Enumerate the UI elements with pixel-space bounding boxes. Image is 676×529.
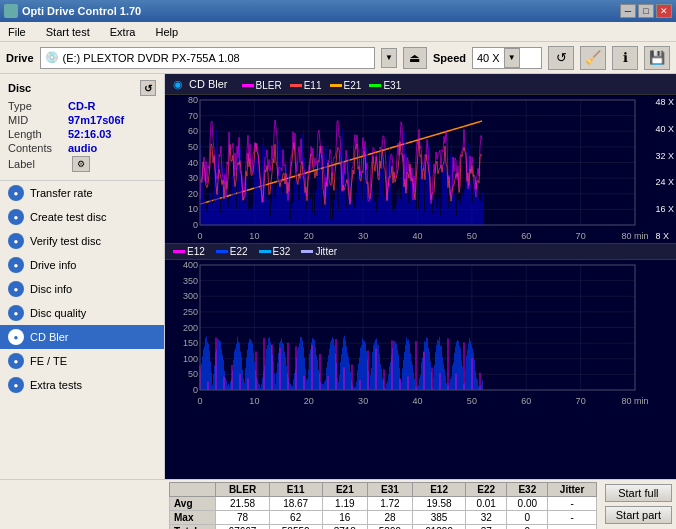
stats-avg-e11: 18.67 (269, 497, 322, 511)
nav-label-disc-info: Disc info (30, 283, 72, 295)
speed-select[interactable]: 40 X ▼ (472, 47, 542, 69)
action-buttons: Start full Start part (601, 480, 676, 529)
maximize-button[interactable]: □ (638, 4, 654, 18)
stats-total-e31: 5399 (367, 525, 412, 530)
chart-icon: ◉ (173, 78, 183, 91)
disc-mid-label: MID (8, 114, 68, 126)
menu-item-file[interactable]: File (4, 24, 30, 40)
legend-e11: E11 (290, 80, 322, 91)
nav-icon-disc-quality: ● (8, 305, 24, 321)
app-title: Opti Drive Control 1.70 (22, 5, 141, 17)
chart-bottom-container (165, 260, 676, 408)
start-full-button[interactable]: Start full (605, 484, 672, 502)
disc-length-value: 52:16.03 (68, 128, 111, 140)
nav-item-drive-info[interactable]: ●Drive info (0, 253, 164, 277)
legend-jitter: Jitter (301, 246, 337, 257)
nav-label-fe-te: FE / TE (30, 355, 67, 367)
speed-value: 40 X (477, 52, 500, 64)
stats-avg-bler: 21.58 (216, 497, 269, 511)
nav-item-extra-tests[interactable]: ●Extra tests (0, 373, 164, 397)
eject-button[interactable]: ⏏ (403, 47, 427, 69)
stats-total-label: Total (170, 525, 216, 530)
stats-avg-e22: 0.01 (466, 497, 507, 511)
chart-top-canvas (165, 95, 675, 243)
stats-total-bler: 67667 (216, 525, 269, 530)
nav-icon-fe-te: ● (8, 353, 24, 369)
disc-length-row: Length 52:16.03 (8, 128, 156, 140)
stats-avg-jitter: - (548, 497, 596, 511)
refresh-button[interactable]: ↺ (548, 46, 574, 70)
speed-label: Speed (433, 52, 466, 64)
disc-contents-row: Contents audio (8, 142, 156, 154)
title-bar-left: Opti Drive Control 1.70 (4, 4, 141, 18)
disc-contents-value: audio (68, 142, 97, 154)
stats-max-e12: 385 (413, 511, 466, 525)
disc-label-label: Label (8, 158, 68, 170)
info-button[interactable]: ℹ (612, 46, 638, 70)
chart-title: CD Bler (189, 78, 228, 90)
chart-top-container: 48 X 40 X 32 X 24 X 16 X 8 X (165, 95, 676, 243)
nav-items: ●Transfer rate●Create test disc●Verify t… (0, 181, 164, 397)
stats-max-e11: 62 (269, 511, 322, 525)
button-group: Start full Start part (605, 484, 672, 524)
stats-col-e22: E22 (466, 483, 507, 497)
nav-item-disc-info[interactable]: ●Disc info (0, 277, 164, 301)
speed-dropdown-button[interactable]: ▼ (504, 48, 520, 68)
nav-item-fe-te[interactable]: ●FE / TE (0, 349, 164, 373)
stats-max-jitter: - (548, 511, 596, 525)
stats-col-e32: E32 (507, 483, 548, 497)
stats-content: BLER E11 E21 E31 E12 E22 E32 Jitter Avg … (165, 480, 676, 529)
menu-item-help[interactable]: Help (151, 24, 182, 40)
save-button[interactable]: 💾 (644, 46, 670, 70)
nav-item-transfer-rate[interactable]: ●Transfer rate (0, 181, 164, 205)
main-area: Disc ↺ Type CD-R MID 97m17s06f Length 52… (0, 74, 676, 479)
erase-button[interactable]: 🧹 (580, 46, 606, 70)
disc-label-icon[interactable]: ⚙ (72, 156, 90, 172)
drive-select[interactable]: 💿 (E:) PLEXTOR DVDR PX-755A 1.08 (40, 47, 375, 69)
drive-bar: Drive 💿 (E:) PLEXTOR DVDR PX-755A 1.08 ▼… (0, 42, 676, 74)
nav-label-cd-bler: CD Bler (30, 331, 69, 343)
legend-e31: E31 (369, 80, 401, 91)
legend-e21: E21 (330, 80, 362, 91)
stats-avg-e32: 0.00 (507, 497, 548, 511)
title-bar-buttons: ─ □ ✕ (620, 4, 672, 18)
nav-icon-create-test-disc: ● (8, 209, 24, 225)
drive-value: (E:) PLEXTOR DVDR PX-755A 1.08 (63, 52, 240, 64)
nav-item-disc-quality[interactable]: ●Disc quality (0, 301, 164, 325)
nav-icon-cd-bler: ● (8, 329, 24, 345)
nav-label-verify-test-disc: Verify test disc (30, 235, 101, 247)
nav-item-create-test-disc[interactable]: ●Create test disc (0, 205, 164, 229)
app-icon (4, 4, 18, 18)
stats-avg-e12: 19.58 (413, 497, 466, 511)
drive-dropdown-button[interactable]: ▼ (381, 48, 397, 68)
sidebar: Disc ↺ Type CD-R MID 97m17s06f Length 52… (0, 74, 165, 479)
chart-top-header: ◉ CD Bler BLER E11 E21 E31 (165, 74, 676, 95)
legend-bler: BLER (242, 80, 282, 91)
stats-total-e12: 61399 (413, 525, 466, 530)
close-button[interactable]: ✕ (656, 4, 672, 18)
stats-avg-e21: 1.19 (322, 497, 367, 511)
disc-refresh-button[interactable]: ↺ (140, 80, 156, 96)
stats-max-e22: 32 (466, 511, 507, 525)
stats-sidebar-spacer (0, 480, 165, 529)
menu-item-start-test[interactable]: Start test (42, 24, 94, 40)
nav-label-transfer-rate: Transfer rate (30, 187, 93, 199)
nav-item-cd-bler[interactable]: ●CD Bler (0, 325, 164, 349)
disc-type-value: CD-R (68, 100, 96, 112)
nav-icon-extra-tests: ● (8, 377, 24, 393)
stats-col-empty (170, 483, 216, 497)
disc-header-label: Disc (8, 82, 31, 94)
disc-header: Disc ↺ (8, 80, 156, 96)
drive-label: Drive (6, 52, 34, 64)
stats-total-e22: 37 (466, 525, 507, 530)
menu-bar: FileStart testExtraHelp (0, 22, 676, 42)
stats-total-jitter: - (548, 525, 596, 530)
start-part-button[interactable]: Start part (605, 506, 672, 524)
legend-e22: E22 (216, 246, 248, 257)
menu-item-extra[interactable]: Extra (106, 24, 140, 40)
chart-area: ◉ CD Bler BLER E11 E21 E31 48 X 40 X 32 … (165, 74, 676, 479)
minimize-button[interactable]: ─ (620, 4, 636, 18)
chart-top-y-right: 48 X 40 X 32 X 24 X 16 X 8 X (653, 95, 676, 243)
stats-total-e21: 3718 (322, 525, 367, 530)
nav-item-verify-test-disc[interactable]: ●Verify test disc (0, 229, 164, 253)
